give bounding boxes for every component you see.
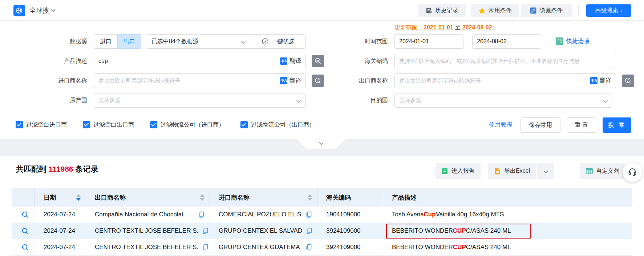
checkbox-checked-icon[interactable] <box>16 121 23 128</box>
search-button[interactable]: 搜 索 <box>603 117 631 133</box>
row-detail-button[interactable] <box>21 227 29 235</box>
date-to-field[interactable] <box>472 34 541 49</box>
hide-conditions-label: 隐藏条件 <box>539 7 563 15</box>
one-click-select-button[interactable]: 一键优选 <box>251 38 305 45</box>
headset-icon <box>627 167 637 177</box>
hs-code-field[interactable] <box>394 54 616 68</box>
translate-button[interactable]: 中A 翻译 <box>280 57 301 65</box>
chevron-down-icon <box>319 140 324 145</box>
product-desc-input[interactable] <box>94 54 280 68</box>
sort-importer-control[interactable] <box>308 194 312 201</box>
hs-code-input[interactable] <box>395 54 616 68</box>
dest-country-select[interactable] <box>394 93 612 108</box>
table-row[interactable]: 2024-07-24CENTRO TEXTIL JOSE BEFELER S.G… <box>12 223 632 239</box>
tutorial-link[interactable]: 使用教程 <box>489 121 512 129</box>
copy-icon[interactable] <box>306 228 312 234</box>
checkbox-label: 过滤物流公司（进口商） <box>161 121 224 129</box>
row-detail-button[interactable] <box>21 211 29 219</box>
importer-field[interactable]: 中A 翻译 <box>94 73 306 88</box>
date-to-input[interactable] <box>473 35 556 48</box>
copy-button[interactable] <box>198 228 208 234</box>
save-common-button[interactable]: 保存常用 <box>521 117 560 133</box>
quick-options-link[interactable]: ⌘ 快捷选项 <box>556 37 590 45</box>
favorite-conditions-button[interactable]: 常用条件 <box>471 4 519 17</box>
exporter-field[interactable]: 中A 翻译 <box>394 73 616 88</box>
update-to-date: 2024-08-02 <box>462 24 492 31</box>
time-range-label: 时间范围 <box>301 34 388 49</box>
chevron-down-icon <box>241 39 246 44</box>
copy-icon[interactable] <box>202 244 208 251</box>
origin-country-select[interactable] <box>94 93 306 108</box>
filter-checkbox-3[interactable]: 过滤物流公司（出口商） <box>240 120 315 129</box>
translate-button[interactable]: 中A 翻译 <box>590 77 611 85</box>
row-search-icon[interactable] <box>21 227 29 235</box>
result-count: 111986 <box>49 165 73 173</box>
date-from-field[interactable] <box>394 34 463 49</box>
exclude-search-button[interactable] <box>622 75 634 87</box>
filter-checkbox-0[interactable]: 过滤空白进口商 <box>16 120 67 129</box>
enter-report-label: 进入报告 <box>451 167 475 175</box>
advanced-search-label: 高级搜索 <box>595 7 619 15</box>
copy-button[interactable] <box>198 244 208 251</box>
copy-button[interactable] <box>194 211 204 218</box>
exporter-input[interactable] <box>395 74 590 88</box>
dest-country-input[interactable] <box>395 93 604 107</box>
history-button[interactable]: 历史记录 <box>418 4 466 17</box>
filter-checkbox-1[interactable]: 过滤空白出口商 <box>83 120 134 129</box>
copy-icon[interactable] <box>202 228 208 234</box>
checkbox-checked-icon[interactable] <box>83 121 90 128</box>
chevron-down-icon <box>543 169 548 173</box>
one-click-select-label: 一键优选 <box>271 38 295 45</box>
translate-icon: 中A <box>280 77 287 84</box>
copy-button[interactable] <box>302 244 312 251</box>
col-header-date[interactable]: 日期 <box>35 188 86 207</box>
advanced-search-button[interactable]: 高级搜索 › <box>586 4 631 17</box>
translate-button[interactable]: 中A 翻译 <box>280 77 301 85</box>
copy-icon[interactable] <box>305 244 312 251</box>
copy-button[interactable] <box>302 211 312 218</box>
checkbox-checked-icon[interactable] <box>240 121 248 128</box>
checkbox-label: 过滤空白进口商 <box>26 121 67 129</box>
sort-date-control[interactable] <box>76 194 81 201</box>
enter-report-button[interactable]: 进入报告 <box>436 163 481 179</box>
chevron-down-icon <box>603 98 608 103</box>
importer-label: 进口商名称 <box>0 73 87 88</box>
export-tab[interactable]: 出口 <box>117 34 141 49</box>
report-icon <box>441 168 448 175</box>
cell-hscode: 3924109000 <box>317 223 383 239</box>
filter-checkbox-2[interactable]: 过滤物流公司（进口商） <box>150 120 224 129</box>
col-header-exporter[interactable]: 出口商名称 <box>86 188 210 207</box>
columns-icon <box>586 168 593 174</box>
export-options-button[interactable] <box>537 163 554 179</box>
row-search-icon[interactable] <box>21 244 29 251</box>
app-chevron-down-icon[interactable] <box>51 7 56 12</box>
search-column-header <box>12 188 35 207</box>
data-source-select[interactable]: 已选中84个数据源 一键优选 <box>146 34 306 49</box>
copy-icon[interactable] <box>305 211 312 218</box>
copy-button[interactable] <box>302 228 312 234</box>
checkbox-checked-icon[interactable] <box>150 121 157 128</box>
table-row[interactable]: 2024-07-24Compañia Nacional de ChocolatC… <box>12 207 632 223</box>
date-from-input[interactable] <box>395 35 479 48</box>
cell-importer: GRUPO CENTEX EL SALVAD <box>210 223 317 239</box>
chevron-down-icon <box>296 98 301 103</box>
sort-exporter-control[interactable] <box>200 194 204 201</box>
row-search-icon[interactable] <box>21 211 29 219</box>
history-icon <box>426 7 432 14</box>
excel-icon <box>494 168 501 175</box>
product-desc-field[interactable]: 中A 翻译 <box>94 54 306 68</box>
importer-input[interactable] <box>94 74 280 88</box>
reset-button[interactable]: 重 置 <box>567 117 596 133</box>
hide-conditions-button[interactable]: 隐藏条件 <box>521 4 572 17</box>
support-headset-button[interactable] <box>623 162 642 182</box>
export-excel-button[interactable]: 导出Excel <box>488 163 536 179</box>
translate-icon: 中A <box>590 77 598 84</box>
table-row[interactable]: 2024-07-24CENTRO TEXTIL JOSE BEFELER S.G… <box>12 239 632 256</box>
customize-columns-button[interactable]: 自定义列 <box>580 163 625 179</box>
col-header-importer[interactable]: 进口商名称 <box>210 188 317 207</box>
copy-icon[interactable] <box>198 211 204 218</box>
import-tab[interactable]: 进口 <box>94 34 118 49</box>
origin-country-input[interactable] <box>94 93 297 107</box>
row-detail-button[interactable] <box>21 244 29 251</box>
global-search-page: 全球搜 历史记录 常用条件 隐藏条件 高级搜索 › 数据源 进口 出口 已选中8… <box>0 0 644 256</box>
